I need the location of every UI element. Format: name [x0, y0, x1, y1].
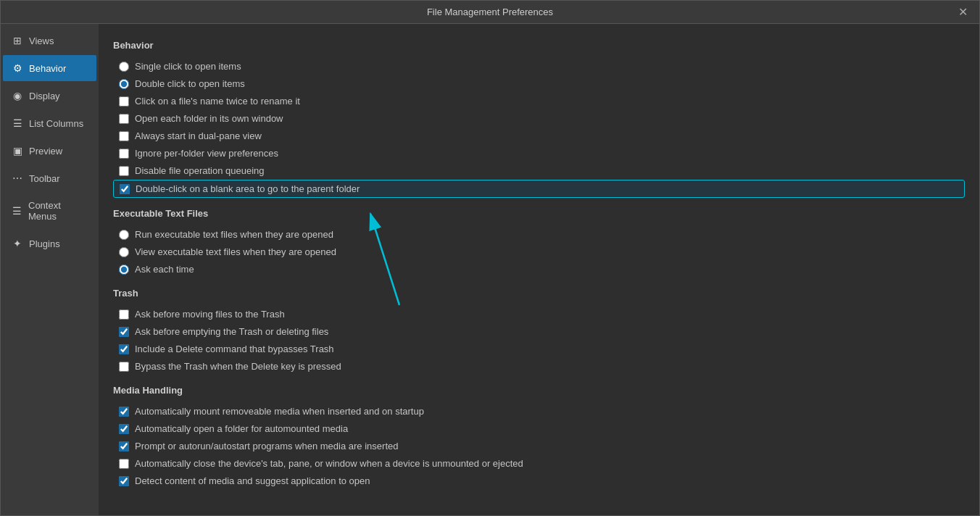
input-bypass-trash-delete[interactable]: [119, 362, 129, 372]
media-options: Automatically mount removeable media whe…: [113, 403, 965, 489]
label-disable-queue: Disable file operation queueing: [135, 165, 265, 176]
input-per-folder-view[interactable]: [119, 149, 129, 159]
sidebar-item-preview[interactable]: ▣Preview: [3, 138, 96, 164]
label-autorun: Prompt or autorun/autostart programs whe…: [135, 441, 398, 452]
input-run-exec[interactable]: [119, 230, 129, 240]
input-auto-open-folder[interactable]: [119, 424, 129, 434]
input-own-window[interactable]: [119, 114, 129, 124]
label-detect-content: Detect content of media and suggest appl…: [135, 475, 370, 486]
titlebar: File Management Preferences ✕: [1, 1, 979, 24]
label-ask-empty-trash: Ask before emptying the Trash or deletin…: [135, 326, 328, 337]
sidebar: ⊞Views⚙Behavior◉Display☰List Columns▣Pre…: [1, 24, 99, 515]
label-auto-close: Automatically close the device's tab, pa…: [135, 458, 523, 469]
option-row-bypass-trash-delete[interactable]: Bypass the Trash when the Delete key is …: [113, 358, 965, 375]
views-icon: ⊞: [12, 35, 23, 46]
behavior-icon: ⚙: [12, 62, 23, 74]
option-row-view-exec[interactable]: View executable text files when they are…: [113, 244, 965, 260]
sidebar-item-behavior[interactable]: ⚙Behavior: [3, 55, 96, 81]
main-panel: Behavior Single click to open itemsDoubl…: [99, 24, 979, 515]
sidebar-label-display: Display: [29, 91, 60, 101]
list-columns-icon: ☰: [12, 117, 23, 129]
label-double-click-parent: Double-click on a blank area to go to th…: [136, 183, 360, 194]
option-row-own-window[interactable]: Open each folder in its own window: [113, 110, 965, 127]
option-row-delete-command[interactable]: Include a Delete command that bypasses T…: [113, 341, 965, 357]
label-per-folder-view: Ignore per-folder view preferences: [135, 148, 278, 159]
input-ask-move-trash[interactable]: [119, 309, 129, 320]
option-row-double-click[interactable]: Double click to open items: [113, 75, 965, 92]
label-rename-twice: Click on a file's name twice to rename i…: [135, 96, 300, 107]
sidebar-item-list-columns[interactable]: ☰List Columns: [3, 110, 96, 136]
input-delete-command[interactable]: [119, 344, 129, 354]
label-bypass-trash-delete: Bypass the Trash when the Delete key is …: [135, 361, 341, 372]
option-row-dual-pane[interactable]: Always start in dual-pane view: [113, 128, 965, 144]
option-row-autorun[interactable]: Prompt or autorun/autostart programs whe…: [113, 438, 965, 454]
input-view-exec[interactable]: [119, 247, 129, 257]
label-view-exec: View executable text files when they are…: [135, 246, 336, 257]
label-ask-move-trash: Ask before moving files to the Trash: [135, 309, 285, 320]
option-row-double-click-parent[interactable]: Double-click on a blank area to go to th…: [113, 180, 965, 198]
executable-options: Run executable text files when they are …: [113, 226, 965, 278]
sidebar-item-toolbar[interactable]: ⋯Toolbar: [3, 165, 96, 191]
sidebar-label-toolbar: Toolbar: [29, 173, 60, 184]
input-double-click-parent[interactable]: [120, 184, 130, 194]
option-row-run-exec[interactable]: Run executable text files when they are …: [113, 226, 965, 243]
main-wrapper: Behavior Single click to open itemsDoubl…: [99, 24, 979, 515]
executable-section-header: Executable Text Files: [113, 208, 965, 219]
sidebar-label-plugins: Plugins: [29, 238, 60, 249]
input-ask-exec[interactable]: [119, 265, 129, 275]
option-row-per-folder-view[interactable]: Ignore per-folder view preferences: [113, 145, 965, 162]
window-title: File Management Preferences: [427, 7, 553, 17]
option-row-single-click[interactable]: Single click to open items: [113, 58, 965, 75]
label-delete-command: Include a Delete command that bypasses T…: [135, 344, 334, 354]
main-window: File Management Preferences ✕ ⊞Views⚙Beh…: [0, 0, 980, 516]
sidebar-label-list-columns: List Columns: [29, 118, 83, 129]
option-row-disable-queue[interactable]: Disable file operation queueing: [113, 162, 965, 179]
sidebar-item-context-menus[interactable]: ☰Context Menus: [3, 193, 96, 229]
input-auto-mount[interactable]: [119, 407, 129, 417]
context-menus-icon: ☰: [12, 205, 22, 217]
sidebar-item-plugins[interactable]: ✦Plugins: [3, 230, 96, 257]
label-own-window: Open each folder in its own window: [135, 113, 283, 124]
option-row-auto-close[interactable]: Automatically close the device's tab, pa…: [113, 455, 965, 472]
input-dual-pane[interactable]: [119, 131, 129, 141]
option-row-rename-twice[interactable]: Click on a file's name twice to rename i…: [113, 93, 965, 109]
sidebar-label-views: Views: [29, 36, 54, 46]
label-run-exec: Run executable text files when they are …: [135, 229, 333, 240]
label-double-click: Double click to open items: [135, 78, 245, 89]
label-auto-open-folder: Automatically open a folder for automoun…: [135, 423, 348, 434]
input-ask-empty-trash[interactable]: [119, 327, 129, 337]
option-row-ask-empty-trash[interactable]: Ask before emptying the Trash or deletin…: [113, 323, 965, 340]
sidebar-label-context-menus: Context Menus: [28, 200, 88, 222]
sidebar-item-views[interactable]: ⊞Views: [3, 28, 96, 54]
input-disable-queue[interactable]: [119, 166, 129, 176]
trash-options: Ask before moving files to the TrashAsk …: [113, 306, 965, 375]
behavior-options: Single click to open itemsDouble click t…: [113, 58, 965, 198]
option-row-ask-move-trash[interactable]: Ask before moving files to the Trash: [113, 306, 965, 322]
option-row-auto-mount[interactable]: Automatically mount removeable media whe…: [113, 403, 965, 420]
label-single-click: Single click to open items: [135, 61, 241, 72]
input-auto-close[interactable]: [119, 459, 129, 469]
display-icon: ◉: [12, 90, 23, 101]
content-area: ⊞Views⚙Behavior◉Display☰List Columns▣Pre…: [1, 24, 979, 515]
input-rename-twice[interactable]: [119, 96, 129, 107]
sidebar-label-behavior: Behavior: [29, 63, 66, 74]
close-button[interactable]: ✕: [954, 5, 972, 20]
input-double-click[interactable]: [119, 79, 129, 89]
input-single-click[interactable]: [119, 62, 129, 72]
option-row-ask-exec[interactable]: Ask each time: [113, 261, 965, 278]
trash-section-header: Trash: [113, 288, 965, 299]
option-row-detect-content[interactable]: Detect content of media and suggest appl…: [113, 473, 965, 489]
media-section-header: Media Handling: [113, 385, 965, 396]
option-row-auto-open-folder[interactable]: Automatically open a folder for automoun…: [113, 420, 965, 437]
label-dual-pane: Always start in dual-pane view: [135, 130, 262, 141]
toolbar-icon: ⋯: [12, 172, 23, 184]
plugins-icon: ✦: [12, 238, 23, 249]
label-auto-mount: Automatically mount removeable media whe…: [135, 406, 424, 417]
sidebar-label-preview: Preview: [29, 146, 62, 157]
label-ask-exec: Ask each time: [135, 264, 194, 275]
preview-icon: ▣: [12, 145, 23, 157]
input-detect-content[interactable]: [119, 476, 129, 486]
input-autorun[interactable]: [119, 441, 129, 452]
sidebar-item-display[interactable]: ◉Display: [3, 83, 96, 109]
behavior-section-header: Behavior: [113, 40, 965, 51]
